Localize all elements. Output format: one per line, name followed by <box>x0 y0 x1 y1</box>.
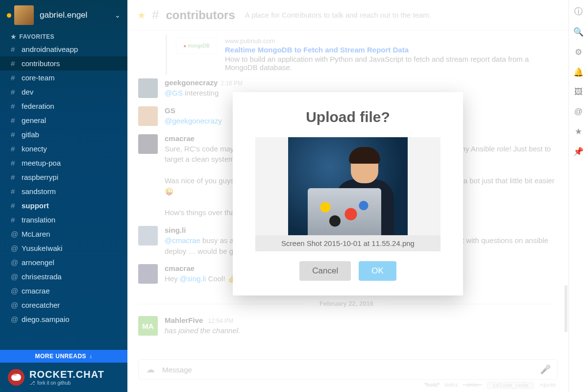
at-icon: @ <box>11 315 18 323</box>
at-icon: @ <box>11 258 18 267</box>
fork-link[interactable]: ⎇ fork it on github <box>29 380 104 386</box>
hash-icon: # <box>11 216 18 224</box>
sidebar-item-konecty[interactable]: #konecty <box>0 142 127 156</box>
hash-icon: # <box>11 201 18 210</box>
bell-icon[interactable]: 🔔 <box>573 67 584 77</box>
sidebar-item-core-team[interactable]: #core-team <box>0 71 127 85</box>
sidebar-item-translation[interactable]: #translation <box>0 213 127 227</box>
sidebar-item-sandstorm[interactable]: #sandstorm <box>0 184 127 198</box>
chevron-down-icon[interactable]: ⌄ <box>115 11 121 19</box>
sidebar-item-arnoengel[interactable]: @arnoengel <box>0 255 127 270</box>
file-preview: Screen Shot 2015-10-01 at 11.55.24.png <box>255 137 441 251</box>
settings-icon[interactable]: ⚙ <box>575 47 582 57</box>
hash-icon: # <box>11 130 18 139</box>
channel-list: #androidnativeapp#contributors#core-team… <box>0 42 127 326</box>
search-icon[interactable]: 🔍 <box>573 27 584 37</box>
sidebar-item-label: federation <box>22 102 54 110</box>
sidebar-item-label: diego.sampaio <box>22 315 70 323</box>
sidebar-item-label: YusukeIwaki <box>22 244 62 252</box>
user-avatar <box>14 5 34 25</box>
at-icon: @ <box>11 287 18 295</box>
sidebar-item-dev[interactable]: #dev <box>0 85 127 99</box>
username: gabriel.engel <box>40 10 115 20</box>
status-indicator <box>7 13 11 18</box>
more-unreads-banner[interactable]: MORE UNREADS ↓ <box>0 350 127 363</box>
sidebar-item-label: sandstorm <box>22 187 56 196</box>
dialog-title: Upload file? <box>255 109 441 125</box>
sidebar-item-label: dev <box>22 88 33 96</box>
sidebar: gabriel.engel ⌄ ★ FAVORITES #androidnati… <box>0 0 127 392</box>
at-icon: @ <box>11 230 18 238</box>
sidebar-item-label: raspberrypi <box>22 173 58 181</box>
sidebar-item-gitlab[interactable]: #gitlab <box>0 127 127 142</box>
sidebar-item-cmacrae[interactable]: @cmacrae <box>0 284 127 298</box>
hash-icon: # <box>11 116 18 124</box>
github-icon: ⎇ <box>29 380 35 386</box>
right-rail: ⓘ 🔍 ⚙ 🔔 🖼 @ ★ 📌 <box>568 0 588 392</box>
hash-icon: # <box>11 145 18 153</box>
sidebar-item-YusukeIwaki[interactable]: @YusukeIwaki <box>0 241 127 255</box>
favorites-heading: ★ FAVORITES <box>0 30 127 42</box>
sidebar-item-chrisestrada[interactable]: @chrisestrada <box>0 270 127 284</box>
sidebar-item-label: meetup-poa <box>22 159 61 167</box>
ok-button[interactable]: OK <box>359 261 396 281</box>
sidebar-item-label: general <box>22 116 46 124</box>
hash-icon: # <box>11 159 18 167</box>
sidebar-item-label: androidnativeapp <box>22 45 78 53</box>
hash-icon: # <box>11 102 18 110</box>
hash-icon: # <box>11 187 18 196</box>
at-icon: @ <box>11 244 18 252</box>
files-icon[interactable]: 🖼 <box>574 87 583 97</box>
sidebar-item-androidnativeapp[interactable]: #androidnativeapp <box>0 42 127 56</box>
sidebar-item-general[interactable]: #general <box>0 113 127 127</box>
preview-image <box>288 137 408 235</box>
hash-icon: # <box>11 74 18 82</box>
hash-icon: # <box>11 88 18 96</box>
sidebar-item-McLaren[interactable]: @McLaren <box>0 227 127 241</box>
sidebar-item-label: konecty <box>22 145 47 153</box>
starred-icon[interactable]: ★ <box>575 126 582 137</box>
main-area: ★ # contributors A place for Contributor… <box>127 0 568 392</box>
at-icon: @ <box>11 301 18 309</box>
info-icon[interactable]: ⓘ <box>574 6 583 17</box>
hash-icon: # <box>11 59 18 68</box>
rocketchat-logo-icon <box>8 369 24 386</box>
sidebar-item-label: corecatcher <box>22 301 60 309</box>
sidebar-item-corecatcher[interactable]: @corecatcher <box>0 298 127 312</box>
pinned-icon[interactable]: 📌 <box>573 147 584 157</box>
sidebar-item-federation[interactable]: #federation <box>0 99 127 113</box>
sidebar-item-label: McLaren <box>22 230 50 238</box>
sidebar-item-label: arnoengel <box>22 258 54 267</box>
sidebar-item-label: gitlab <box>22 130 39 139</box>
mentions-icon[interactable]: @ <box>574 107 583 117</box>
sidebar-item-contributors[interactable]: #contributors <box>0 56 127 71</box>
sidebar-item-label: core-team <box>22 74 55 82</box>
brand-name: ROCKET.CHAT <box>29 369 104 379</box>
sidebar-header[interactable]: gabriel.engel ⌄ <box>0 0 127 30</box>
sidebar-item-raspberrypi[interactable]: #raspberrypi <box>0 170 127 184</box>
sidebar-item-label: support <box>22 201 49 210</box>
hash-icon: # <box>11 45 18 53</box>
sidebar-item-label: translation <box>22 216 55 224</box>
sidebar-item-meetup-poa[interactable]: #meetup-poa <box>0 156 127 170</box>
sidebar-item-label: cmacrae <box>22 287 50 295</box>
modal-overlay[interactable]: Upload file? Screen Shot 2015-10-01 at 1… <box>127 0 568 392</box>
upload-file-dialog: Upload file? Screen Shot 2015-10-01 at 1… <box>233 92 463 295</box>
sidebar-item-label: chrisestrada <box>22 272 62 281</box>
arrow-down-icon: ↓ <box>89 353 93 360</box>
at-icon: @ <box>11 272 18 281</box>
cancel-button[interactable]: Cancel <box>299 261 351 281</box>
sidebar-item-support[interactable]: #support <box>0 198 127 213</box>
hash-icon: # <box>11 173 18 181</box>
sidebar-item-diego.sampaio[interactable]: @diego.sampaio <box>0 312 127 326</box>
sidebar-footer: ROCKET.CHAT ⎇ fork it on github <box>0 363 127 392</box>
sidebar-item-label: contributors <box>22 59 60 68</box>
file-name: Screen Shot 2015-10-01 at 11.55.24.png <box>255 235 441 251</box>
star-icon: ★ <box>11 33 17 40</box>
